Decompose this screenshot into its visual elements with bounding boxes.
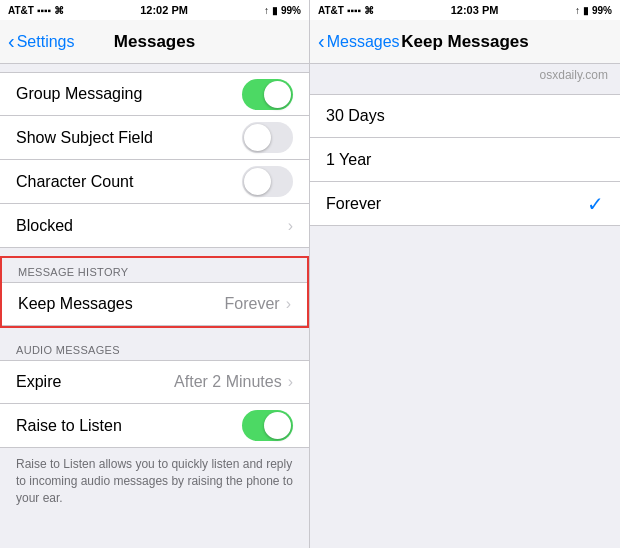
right-carrier-name: AT&T [318, 5, 344, 16]
group-messaging-toggle[interactable] [242, 79, 293, 110]
expire-item[interactable]: Expire After 2 Minutes › [0, 360, 309, 404]
km-forever-item[interactable]: Forever ✓ [310, 182, 620, 226]
left-status-bar: AT&T ▪▪▪▪ ⌘ 12:02 PM ↑ ▮ 99% [0, 0, 309, 20]
right-chevron-left-icon: ‹ [318, 30, 325, 53]
toggle-knob [264, 412, 291, 439]
arrow-icon: ↑ [264, 5, 269, 16]
show-subject-label: Show Subject Field [16, 129, 153, 147]
top-spacer [0, 64, 309, 72]
km-1-year-label: 1 Year [326, 151, 371, 169]
left-nav-bar: ‹ Settings Messages [0, 20, 309, 64]
main-settings-group: Group Messaging Show Subject Field Chara… [0, 64, 309, 248]
audio-messages-group: AUDIO MESSAGES Expire After 2 Minutes › … [0, 336, 309, 448]
expire-right: After 2 Minutes › [174, 373, 293, 391]
back-label[interactable]: Settings [17, 33, 75, 51]
character-count-label: Character Count [16, 173, 133, 191]
carrier-name: AT&T [8, 5, 34, 16]
right-back-button[interactable]: ‹ Messages [318, 30, 400, 53]
expire-label: Expire [16, 373, 61, 391]
chevron-right-icon: › [288, 217, 293, 235]
battery-pct: 99% [281, 5, 301, 16]
right-time: 12:03 PM [451, 4, 499, 16]
right-arrow-icon: ↑ [575, 5, 580, 16]
right-carrier-info: AT&T ▪▪▪▪ ⌘ [318, 5, 374, 16]
km-30-days-item[interactable]: 30 Days [310, 94, 620, 138]
chevron-left-icon: ‹ [8, 30, 15, 53]
toggle-knob [244, 168, 271, 195]
group-messaging-label: Group Messaging [16, 85, 142, 103]
km-checkmark-icon: ✓ [587, 192, 604, 216]
keep-messages-label: Keep Messages [18, 295, 133, 313]
raise-to-listen-toggle[interactable] [242, 410, 293, 441]
keep-messages-item[interactable]: Keep Messages Forever › [2, 282, 307, 326]
right-nav-bar: ‹ Messages Keep Messages [310, 20, 620, 64]
keep-messages-chevron: › [286, 295, 291, 313]
message-history-header: MESSAGE HISTORY [2, 258, 307, 282]
keep-messages-list: 30 Days 1 Year Forever ✓ [310, 86, 620, 548]
right-battery: ↑ ▮ 99% [575, 5, 612, 16]
right-panel: AT&T ▪▪▪▪ ⌘ 12:03 PM ↑ ▮ 99% ‹ Messages … [310, 0, 620, 548]
audio-messages-header: AUDIO MESSAGES [0, 336, 309, 360]
signal-icon: ▪▪▪▪ [37, 5, 51, 16]
km-30-days-label: 30 Days [326, 107, 385, 125]
left-time: 12:02 PM [140, 4, 188, 16]
left-battery: ↑ ▮ 99% [264, 5, 301, 16]
km-options-group: 30 Days 1 Year Forever ✓ [310, 94, 620, 226]
toggle-knob [244, 124, 271, 151]
show-subject-item[interactable]: Show Subject Field [0, 116, 309, 160]
message-history-section: MESSAGE HISTORY Keep Messages Forever › [0, 256, 309, 328]
left-panel: AT&T ▪▪▪▪ ⌘ 12:02 PM ↑ ▮ 99% ‹ Settings … [0, 0, 310, 548]
character-count-toggle[interactable] [242, 166, 293, 197]
footer-text: Raise to Listen allows you to quickly li… [0, 448, 309, 518]
right-battery-icon: ▮ [583, 5, 589, 16]
expire-value: After 2 Minutes [174, 373, 282, 391]
back-button[interactable]: ‹ Settings [8, 30, 74, 53]
show-subject-toggle[interactable] [242, 122, 293, 153]
character-count-item[interactable]: Character Count [0, 160, 309, 204]
right-signal-icon: ▪▪▪▪ [347, 5, 361, 16]
wifi-icon: ⌘ [54, 5, 64, 16]
group-messaging-item[interactable]: Group Messaging [0, 72, 309, 116]
audio-spacer [0, 328, 309, 336]
toggle-knob [264, 81, 291, 108]
blocked-item[interactable]: Blocked › [0, 204, 309, 248]
right-status-bar: AT&T ▪▪▪▪ ⌘ 12:03 PM ↑ ▮ 99% [310, 0, 620, 20]
right-page-title: Keep Messages [401, 32, 529, 52]
settings-list: Group Messaging Show Subject Field Chara… [0, 64, 309, 548]
blocked-label: Blocked [16, 217, 73, 235]
watermark: osxdaily.com [310, 64, 620, 86]
km-1-year-item[interactable]: 1 Year [310, 138, 620, 182]
left-carrier-info: AT&T ▪▪▪▪ ⌘ [8, 5, 64, 16]
history-spacer [0, 248, 309, 256]
right-back-label[interactable]: Messages [327, 33, 400, 51]
battery-icon: ▮ [272, 5, 278, 16]
page-title: Messages [114, 32, 195, 52]
right-battery-pct: 99% [592, 5, 612, 16]
blocked-right: › [288, 217, 293, 235]
raise-to-listen-label: Raise to Listen [16, 417, 122, 435]
right-wifi-icon: ⌘ [364, 5, 374, 16]
keep-messages-value: Forever [225, 295, 280, 313]
km-forever-label: Forever [326, 195, 381, 213]
raise-to-listen-item[interactable]: Raise to Listen [0, 404, 309, 448]
keep-messages-right: Forever › [225, 295, 291, 313]
expire-chevron: › [288, 373, 293, 391]
